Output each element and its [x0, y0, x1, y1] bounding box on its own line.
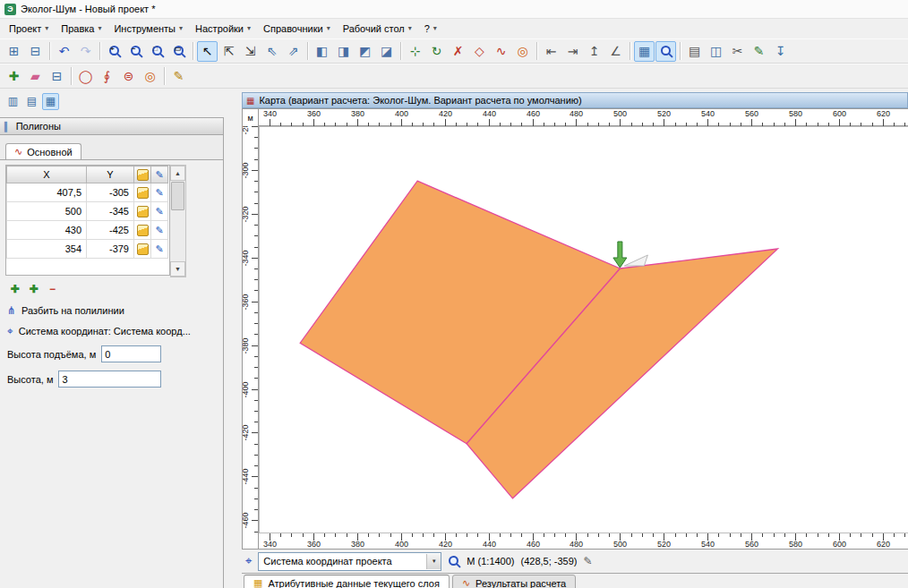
zoom-window-icon[interactable]: □	[147, 41, 167, 62]
table-scrollbar[interactable]: ▲ ▼	[170, 165, 186, 277]
coordinate-cell[interactable]: -425	[87, 221, 134, 240]
export-image-icon[interactable]: ◫	[706, 41, 726, 62]
bottom-tab-1[interactable]: ▦Атрибутивные данные текущего слоя	[244, 575, 450, 588]
select-area-icon[interactable]: ⇲	[240, 41, 261, 62]
rotate-object-icon[interactable]: ↻	[426, 41, 447, 62]
split-to-polylines-button[interactable]: ⋔ Разбить на полилинии	[7, 304, 216, 317]
draw-ring-icon[interactable]: ◎	[512, 41, 533, 62]
menu-item-5[interactable]: Справочники▾	[257, 21, 337, 37]
coordinate-system-button[interactable]: ⌖ Система координат: Система коорд...	[7, 325, 216, 337]
row-edit-button[interactable]: ✎	[151, 240, 168, 259]
column-header-y[interactable]: Y	[87, 166, 134, 183]
scroll-down-button[interactable]: ▼	[170, 261, 185, 277]
grid-ruler-icon[interactable]: ▦	[634, 41, 655, 62]
circle-source-icon[interactable]: ◯	[75, 66, 96, 87]
new-window-icon[interactable]: ⊞	[4, 41, 24, 62]
panel-layout-1-icon[interactable]: ▥	[4, 93, 21, 110]
coordinate-system-icon[interactable]: ⌖	[245, 554, 252, 568]
save-layer-icon[interactable]: ⊟	[47, 66, 67, 87]
measure-length-icon[interactable]: ⇤	[541, 41, 561, 62]
row-fill-style-button[interactable]	[134, 221, 151, 240]
coordinate-cell[interactable]: -305	[87, 183, 134, 202]
hatched-area-icon[interactable]: ⊜	[118, 66, 139, 87]
combo-dropdown-icon[interactable]: ▾	[426, 554, 441, 569]
row-fill-style-button[interactable]	[134, 240, 151, 259]
bring-front-icon[interactable]: ◧	[312, 41, 332, 62]
pick-point-icon[interactable]: ⇗	[283, 41, 304, 62]
menu-item-4[interactable]: Настройки▾	[189, 21, 257, 37]
coordinate-cell[interactable]: 407,5	[7, 183, 87, 202]
menu-item-7[interactable]: ?▾	[418, 21, 443, 37]
print-icon[interactable]: ▤	[684, 41, 705, 62]
delete-object-icon[interactable]: ✗	[448, 41, 468, 62]
scroll-track[interactable]	[170, 181, 185, 261]
coordinate-cell[interactable]: 500	[7, 202, 87, 221]
menu-item-2[interactable]: Правка▾	[55, 21, 107, 37]
undo-icon[interactable]: ↶	[54, 41, 74, 62]
panel-layout-3-icon[interactable]: ▦	[42, 93, 59, 110]
table-row[interactable]: 500-345✎	[7, 202, 168, 221]
measure-height-icon[interactable]: ↥	[584, 41, 604, 62]
menu-item-6[interactable]: Рабочий стол▾	[337, 21, 418, 37]
draw-polygon-icon[interactable]: ◇	[469, 41, 490, 62]
height-input[interactable]	[58, 371, 161, 388]
order-up-icon[interactable]: ◩	[355, 41, 375, 62]
select-node-icon[interactable]: ⇱	[218, 41, 239, 62]
column-header-x[interactable]: X	[7, 166, 87, 183]
menu-item-3[interactable]: Инструменты▾	[107, 21, 189, 37]
scroll-up-button[interactable]: ▲	[170, 166, 185, 181]
map-canvas[interactable]	[259, 126, 908, 533]
row-fill-style-button[interactable]	[134, 202, 151, 221]
send-back-icon[interactable]: ◨	[333, 41, 354, 62]
scale-zoom-icon[interactable]	[448, 555, 460, 567]
paint-bucket-icon	[137, 225, 149, 236]
zoom-fit-icon[interactable]: ▭	[168, 41, 189, 62]
scroll-thumb[interactable]	[171, 182, 184, 210]
pick-object-icon[interactable]: ⇖	[261, 41, 282, 62]
zoom-out-icon[interactable]: −	[125, 41, 146, 62]
zoom-in-icon[interactable]: +	[104, 41, 124, 62]
row-fill-style-button[interactable]	[134, 183, 151, 202]
panel-layout-2-icon[interactable]: ▤	[23, 93, 40, 110]
draw-polyline-icon[interactable]: ∿	[491, 41, 511, 62]
column-header-fill[interactable]	[134, 166, 151, 183]
coordinate-cell[interactable]: 430	[7, 221, 87, 240]
move-object-icon[interactable]: ⊹	[405, 41, 425, 62]
row-edit-button[interactable]: ✎	[151, 221, 168, 240]
order-down-icon[interactable]: ◪	[376, 41, 397, 62]
scissors-icon[interactable]: ✂	[727, 41, 748, 62]
column-header-edit[interactable]: ✎	[151, 166, 168, 183]
ring-area-icon[interactable]: ◎	[140, 66, 160, 87]
table-row[interactable]: 407,5-305✎	[7, 183, 168, 202]
spiral-source-icon[interactable]: ∮	[97, 66, 117, 87]
redo-icon[interactable]: ↷	[75, 41, 96, 62]
row-edit-button[interactable]: ✎	[151, 183, 168, 202]
add-source-icon[interactable]: ✚	[4, 66, 24, 87]
tab-osnovnoy[interactable]: ∿ Основной	[5, 143, 81, 159]
panel-splitter[interactable]	[224, 89, 242, 588]
eraser-icon[interactable]: ▰	[25, 66, 46, 87]
select-cursor-icon[interactable]: ↖	[197, 41, 218, 62]
svg-text:360: 360	[307, 109, 321, 118]
coordinate-cell[interactable]: 354	[7, 240, 87, 259]
lift-height-input[interactable]	[101, 345, 161, 362]
add-point-button[interactable]: ✚	[7, 281, 22, 296]
table-row[interactable]: 430-425✎	[7, 221, 168, 240]
row-edit-button[interactable]: ✎	[151, 202, 168, 221]
edit-globe-icon[interactable]: ✎	[749, 41, 769, 62]
delete-point-button[interactable]: −	[45, 281, 60, 296]
coordinate-cell[interactable]: -345	[87, 202, 134, 221]
tile-windows-icon[interactable]: ⊟	[25, 41, 46, 62]
zoom-search-icon[interactable]	[655, 41, 676, 62]
table-row[interactable]: 354-379✎	[7, 240, 168, 259]
export-save-icon[interactable]: ↧	[770, 41, 791, 62]
panel-header[interactable]: ▍ Полигоны	[0, 118, 223, 135]
coordinate-cell[interactable]: -379	[87, 240, 134, 259]
menu-item-1[interactable]: Проект▾	[3, 21, 55, 37]
sketch-icon[interactable]: ✎	[168, 66, 189, 87]
measure-angle-icon[interactable]: ∠	[605, 41, 626, 62]
coordinate-system-combo[interactable]: Система координат проекта ▾	[258, 552, 441, 571]
measure-width-icon[interactable]: ⇥	[562, 41, 583, 62]
bottom-tab-2[interactable]: ∿Результаты расчета	[452, 575, 576, 588]
insert-point-button[interactable]: ✚	[26, 281, 41, 296]
